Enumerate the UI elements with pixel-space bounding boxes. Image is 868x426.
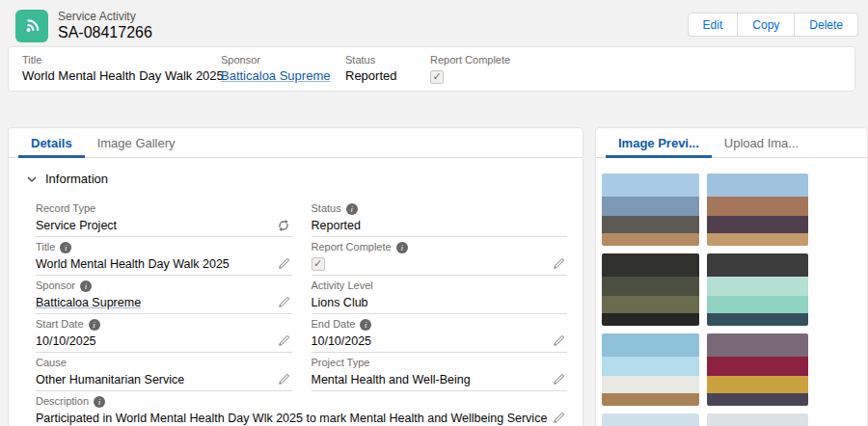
photo-band: [707, 376, 808, 393]
image-preview-panel: Image Previ... Upload Ima...: [595, 127, 868, 426]
photo-band: [602, 296, 699, 313]
record-name: SA-08417266: [58, 24, 152, 41]
info-icon[interactable]: [346, 203, 358, 215]
field-label: Cause: [36, 357, 67, 369]
field-end-date: End Date 10/10/2025: [312, 314, 568, 353]
photo-band: [707, 313, 808, 327]
image-grid: [596, 158, 867, 426]
field-label: Title: [36, 241, 55, 253]
photo-band: [707, 216, 808, 233]
highlight-status-value: Reported: [345, 68, 422, 83]
report-complete-detail-checkbox: [312, 257, 325, 271]
gallery-image-water-bottle-packs[interactable]: [707, 253, 808, 326]
photo-band: [707, 253, 808, 277]
edit-pencil-icon[interactable]: [551, 373, 567, 386]
field-title: Title World Mental Health Day Walk 2025: [36, 237, 292, 276]
title-value: World Mental Health Day Walk 2025: [36, 257, 230, 271]
service-activity-icon: [15, 10, 48, 42]
photo-band: [602, 333, 699, 357]
edit-pencil-icon[interactable]: [551, 334, 567, 347]
info-icon[interactable]: [360, 319, 371, 331]
photo-band: [602, 413, 699, 426]
photo-band: [602, 216, 699, 233]
description-value: Participated in World Mental Health Day …: [36, 412, 551, 425]
edit-button[interactable]: Edit: [688, 13, 739, 37]
edit-pencil-icon[interactable]: [551, 257, 567, 270]
gallery-image-crowd-street-gathering[interactable]: [602, 173, 699, 246]
photo-band: [602, 393, 699, 407]
photo-band: [602, 197, 699, 216]
edit-pencil-icon[interactable]: [276, 334, 292, 347]
photo-band: [602, 313, 699, 327]
highlight-sponsor-link[interactable]: Batticaloa Supreme: [221, 68, 330, 83]
photo-band: [707, 413, 808, 426]
photo-band: [707, 333, 808, 357]
photo-band: [707, 173, 808, 197]
information-section-toggle[interactable]: Information: [24, 172, 567, 186]
highlight-status-label: Status: [345, 54, 422, 66]
field-project-type: Project Type Mental Health and Well-Bein…: [312, 353, 568, 391]
section-title: Information: [45, 172, 108, 186]
edit-pencil-icon[interactable]: [276, 257, 292, 270]
info-icon[interactable]: [396, 242, 408, 253]
photo-band: [602, 357, 699, 376]
gallery-image-lions-club-banner[interactable]: [707, 333, 808, 406]
photo-band: [602, 233, 699, 247]
photo-band: [602, 253, 699, 277]
activity-level-value: Lions Club: [312, 296, 368, 309]
highlights-panel: Title World Mental Health Day Walk 2025 …: [8, 46, 855, 92]
photo-band: [707, 296, 808, 313]
field-start-date: Start Date 10/10/2025: [36, 314, 292, 353]
sponsor-link[interactable]: Batticaloa Supreme: [36, 296, 141, 309]
field-label: Activity Level: [312, 280, 373, 292]
gallery-image-building-scene-partial[interactable]: [707, 413, 808, 426]
change-record-type-icon[interactable]: [275, 219, 292, 232]
entity-label: Service Activity: [58, 10, 152, 23]
highlight-title-value: World Mental Health Day Walk 2025: [22, 68, 213, 83]
field-label: End Date: [312, 318, 356, 331]
photo-band: [602, 376, 699, 393]
photo-band: [707, 277, 808, 296]
status-value: Reported: [312, 219, 361, 232]
field-label: Start Date: [36, 318, 84, 331]
info-icon[interactable]: [89, 319, 100, 331]
tab-upload-image[interactable]: Upload Ima...: [712, 128, 811, 158]
project-type-value: Mental Health and Well-Being: [312, 373, 471, 386]
info-icon[interactable]: [60, 242, 71, 253]
highlight-title-label: Title: [22, 54, 213, 66]
tab-image-gallery[interactable]: Image Gallery: [85, 128, 188, 158]
photo-band: [707, 357, 808, 376]
gallery-image-group-under-canopy[interactable]: [602, 253, 699, 326]
record-actions: Edit Copy Delete: [688, 13, 858, 37]
photo-band: [602, 277, 699, 296]
delete-button[interactable]: Delete: [794, 13, 858, 37]
info-icon[interactable]: [80, 280, 92, 292]
gallery-image-crowd-with-banners[interactable]: [707, 173, 808, 246]
preview-tab-bar: Image Previ... Upload Ima...: [596, 128, 867, 158]
highlight-sponsor-label: Sponsor: [221, 54, 338, 66]
field-record-type: Record Type Service Project: [36, 199, 292, 237]
field-label: Report Complete: [312, 241, 392, 253]
field-activity-level: Activity Level Lions Club: [312, 276, 568, 314]
tab-details[interactable]: Details: [18, 128, 85, 158]
edit-pencil-icon[interactable]: [551, 412, 567, 424]
edit-pencil-icon[interactable]: [276, 296, 292, 308]
info-icon[interactable]: [94, 396, 105, 408]
gallery-image-banner-outside-building[interactable]: [602, 333, 699, 406]
start-date-value: 10/10/2025: [36, 334, 96, 348]
details-tab-bar: Details Image Gallery: [9, 128, 583, 158]
gallery-image-street-scene-partial[interactable]: [602, 413, 699, 426]
copy-button[interactable]: Copy: [737, 13, 795, 37]
tab-image-preview[interactable]: Image Previ...: [606, 128, 712, 158]
cause-value: Other Humanitarian Service: [36, 373, 184, 386]
details-form: Record Type Service Project: [24, 199, 567, 426]
field-status: Status Reported: [312, 199, 568, 237]
photo-band: [707, 393, 808, 407]
end-date-value: 10/10/2025: [312, 334, 372, 348]
edit-pencil-icon[interactable]: [276, 373, 292, 386]
field-description: Description Participated in World Mental…: [36, 391, 567, 426]
chevron-down-icon: [26, 173, 38, 185]
field-label: Record Type: [36, 202, 95, 215]
photo-band: [707, 197, 808, 216]
photo-band: [602, 173, 699, 197]
